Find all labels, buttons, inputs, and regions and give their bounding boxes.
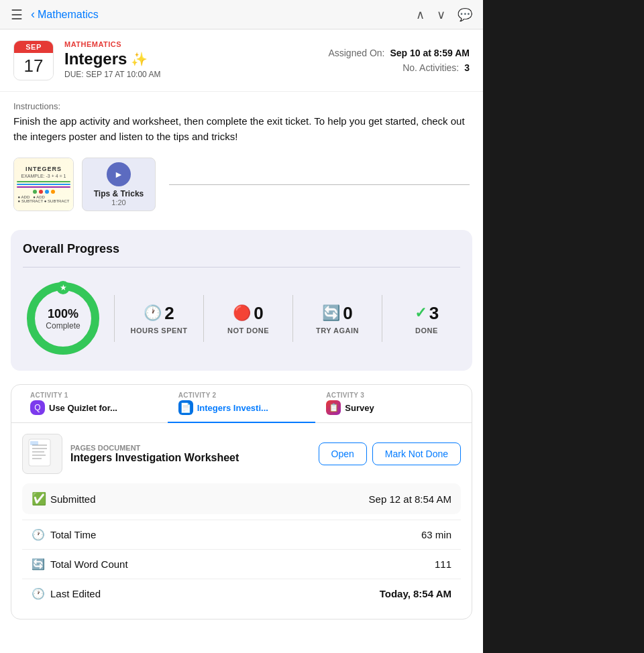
stat-hours-label: HOURS SPENT <box>131 326 188 335</box>
instructions-section: Instructions: Finish the app activity an… <box>0 92 483 151</box>
last-edited-value: Today, 8:54 AM <box>380 588 451 599</box>
stats-rows: 🕐 Total Time 63 min 🔄 Total Word Count 1… <box>22 520 461 608</box>
stat-try-again-label: TRY AGAIN <box>316 326 359 335</box>
word-count-row: 🔄 Total Word Count 111 <box>22 549 461 579</box>
tab1-label: ACTIVITY 1 <box>30 392 157 399</box>
word-count-label: Total Word Count <box>50 558 128 570</box>
activity-tab-2[interactable]: ACTIVITY 2 📄 Integers Investi... <box>168 385 316 423</box>
calendar-day: 17 <box>14 53 53 78</box>
doc-name: Integers Investigation Worksheet <box>70 452 311 464</box>
not-done-icon: 🔴 <box>233 304 251 322</box>
horizontal-divider <box>169 184 470 185</box>
last-edited-row: 🕐 Last Edited Today, 8:54 AM <box>22 579 461 608</box>
svg-rect-10 <box>30 441 38 445</box>
tab3-label: ACTIVITY 3 <box>326 392 453 399</box>
stat-not-done-label: NOT DONE <box>227 326 269 335</box>
pages-icon: 📄 <box>178 400 193 415</box>
stat-not-done-value: 0 <box>254 303 263 324</box>
time-icon: 🕐 <box>32 528 45 541</box>
last-edited-label: Last Edited <box>50 588 101 599</box>
stat-not-done: 🔴 0 NOT DONE <box>215 303 282 335</box>
activity-content: PAGES DOCUMENT Integers Investigation Wo… <box>11 423 472 619</box>
no-activities-label: No. Activities: <box>402 62 459 73</box>
attachments-section: INTEGERS EXAMPLE: -3 + 4 = 1 ● ADD ● ADD… <box>0 151 483 222</box>
back-label: Mathematics <box>38 9 99 21</box>
integers-poster-thumb[interactable]: INTEGERS EXAMPLE: -3 + 4 = 1 ● ADD ● ADD… <box>13 158 74 211</box>
sidebar-icon[interactable]: ☰ <box>11 7 23 23</box>
stat-divider-1 <box>114 295 115 342</box>
stat-divider-4 <box>382 295 382 342</box>
submitted-row: ✅ Submitted Sep 12 at 8:54 AM <box>22 483 461 514</box>
tab3-name: Survey <box>345 403 374 413</box>
submitted-label: Submitted <box>50 493 96 505</box>
word-count-icon: 🔄 <box>32 558 45 571</box>
stat-hours-spent: 🕐 2 HOURS SPENT <box>125 303 193 335</box>
progress-divider <box>23 267 460 268</box>
doc-buttons: Open Mark Not Done <box>319 442 461 465</box>
comment-icon[interactable]: 💬 <box>458 7 472 22</box>
svg-text:★: ★ <box>60 283 67 292</box>
donut-complete-label: Complete <box>46 321 80 331</box>
progress-title: Overall Progress <box>23 242 460 256</box>
title-text: Integers <box>64 50 127 68</box>
chevron-up-icon[interactable]: ∧ <box>416 7 425 22</box>
total-time-label: Total Time <box>50 529 96 540</box>
activity-tab-1[interactable]: ACTIVITY 1 Q Use Quizlet for... <box>19 385 168 422</box>
tab2-label: ACTIVITY 2 <box>178 392 305 399</box>
open-button[interactable]: Open <box>319 442 367 465</box>
activity-tabs: ACTIVITY 1 Q Use Quizlet for... ACTIVITY… <box>11 385 472 423</box>
stat-try-again: 🔄 0 TRY AGAIN <box>304 303 371 335</box>
try-again-icon: 🔄 <box>322 304 340 322</box>
done-checkmark-icon: ✓ <box>415 304 427 322</box>
stat-hours-value: 2 <box>164 303 174 324</box>
play-button[interactable]: ► <box>107 162 131 186</box>
doc-thumbnail <box>22 434 62 474</box>
quizlet-icon: Q <box>30 400 45 415</box>
donut-percentage: 100% <box>46 307 80 321</box>
stat-try-again-value: 0 <box>343 303 352 324</box>
instructions-text: Finish the app activity and worksheet, t… <box>13 114 470 144</box>
tips-tricks-video[interactable]: ► Tips & Tricks 1:20 <box>82 158 156 211</box>
assignment-subject: MATHEMATICS <box>64 40 311 48</box>
stat-divider-3 <box>292 295 293 342</box>
survey-icon: 📋 <box>326 400 341 415</box>
stat-done-value: 3 <box>429 303 439 324</box>
calendar-icon: SEP 17 <box>13 40 54 80</box>
doc-info: PAGES DOCUMENT Integers Investigation Wo… <box>70 444 311 464</box>
submitted-date: Sep 12 at 8:54 AM <box>369 493 451 505</box>
last-edited-icon: 🕐 <box>32 587 45 600</box>
assignment-due: DUE: SEP 17 AT 10:00 AM <box>64 70 311 79</box>
assigned-on-label: Assigned On: <box>328 48 384 58</box>
assignment-info: MATHEMATICS Integers ✨ DUE: SEP 17 AT 10… <box>64 40 311 80</box>
total-time-value: 63 min <box>421 529 451 540</box>
chevron-down-icon[interactable]: ∨ <box>437 7 445 22</box>
tab2-name: Integers Investi... <box>197 403 268 413</box>
video-duration: 1:20 <box>111 198 125 206</box>
submitted-check-icon: ✅ <box>32 491 46 506</box>
doc-type: PAGES DOCUMENT <box>70 444 311 452</box>
no-activities-value: 3 <box>464 62 470 73</box>
mark-not-done-button[interactable]: Mark Not Done <box>372 442 461 465</box>
top-nav: ☰ ‹ Mathematics ∧ ∨ 💬 <box>0 0 483 29</box>
instructions-label: Instructions: <box>13 101 470 111</box>
right-panel <box>483 0 644 653</box>
progress-stats: ★ 100% Complete 🕐 2 HOURS SPENT <box>23 278 460 359</box>
video-title: Tips & Tricks <box>94 189 144 198</box>
calendar-month: SEP <box>14 41 53 53</box>
activity-tab-3[interactable]: ACTIVITY 3 📋 Survey <box>315 385 464 422</box>
stat-done: ✓ 3 DONE <box>393 303 460 335</box>
assignment-meta: Assigned On: Sep 10 at 8:59 AM No. Activ… <box>322 40 470 80</box>
back-button[interactable]: ‹ Mathematics <box>31 7 99 21</box>
clock-icon: 🕐 <box>144 304 162 322</box>
chevron-left-icon: ‹ <box>31 7 35 21</box>
stat-divider-2 <box>203 295 204 342</box>
total-time-row: 🕐 Total Time 63 min <box>22 520 461 549</box>
sparkle-icon: ✨ <box>131 51 148 67</box>
stat-done-label: DONE <box>415 326 438 335</box>
tab1-name: Use Quizlet for... <box>49 403 117 413</box>
document-row: PAGES DOCUMENT Integers Investigation Wo… <box>22 434 461 474</box>
assignment-title: Integers ✨ <box>64 50 311 68</box>
assigned-on-value: Sep 10 at 8:59 AM <box>390 48 470 58</box>
poster-title: INTEGERS <box>25 166 62 172</box>
assignment-header: SEP 17 MATHEMATICS Integers ✨ DUE: SEP 1… <box>0 29 483 92</box>
